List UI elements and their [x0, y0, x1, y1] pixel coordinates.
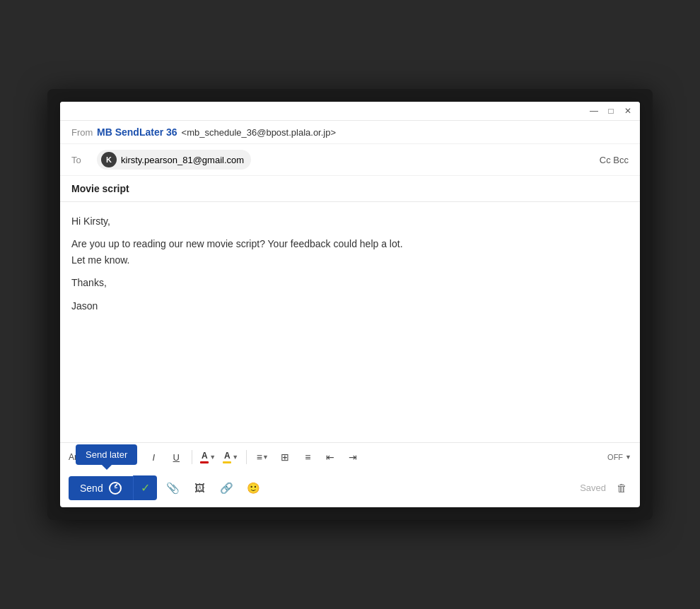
text-color-icon: A	[200, 451, 209, 463]
compose-window: — □ ✕ From MB SendLater 36 <mb_schedule_…	[60, 102, 640, 507]
send-button-group: Send later Send ✓	[69, 475, 157, 500]
formatting-toolbar: Arial 10 ▼ B I U A ▼ A	[60, 442, 640, 471]
attachment-icon: 📎	[166, 482, 180, 495]
delete-button[interactable]: 🗑	[612, 478, 631, 498]
saved-status: Saved 🗑	[580, 478, 631, 498]
to-label: To	[71, 155, 97, 165]
align-icon: ≡	[257, 451, 262, 463]
toolbar-divider-3	[246, 450, 247, 464]
checkmark-icon: ✓	[141, 481, 150, 495]
unordered-list-button[interactable]: ≡	[298, 447, 317, 467]
highlight-color-button[interactable]: A ▼	[221, 447, 240, 467]
unordered-list-icon: ≡	[305, 451, 310, 463]
indent-increase-icon: ⇥	[349, 451, 357, 463]
body-line-2: Are you up to reading our new movie scri…	[71, 236, 629, 268]
trash-icon: 🗑	[617, 482, 627, 494]
underline-button[interactable]: U	[166, 447, 186, 467]
bold-button[interactable]: B	[121, 447, 141, 467]
emoji-button[interactable]: 🙂	[243, 478, 264, 499]
from-email: <mb_schedule_36@bpost.plala.or.jp>	[182, 127, 336, 138]
ordered-list-button[interactable]: ⊞	[275, 447, 295, 467]
indent-increase-button[interactable]: ⇥	[343, 447, 363, 467]
toolbar-divider-1	[115, 450, 115, 464]
italic-button[interactable]: I	[144, 447, 163, 467]
recipient-email: kirsty.pearson_81@gmail.com	[121, 155, 244, 165]
send-button[interactable]: Send	[69, 476, 133, 500]
subject-text: Movie script	[71, 183, 129, 194]
image-icon: 🖼	[194, 482, 205, 494]
from-label: From	[71, 127, 97, 138]
body-line-3: Thanks,	[71, 275, 629, 290]
ordered-list-icon: ⊞	[281, 451, 289, 463]
recipient-chip[interactable]: K kirsty.pearson_81@gmail.com	[97, 150, 251, 170]
font-size-label: 10 ▼	[91, 452, 109, 462]
attachment-button[interactable]: 📎	[163, 478, 184, 499]
title-bar-controls: — □ ✕	[589, 106, 633, 116]
indent-decrease-icon: ⇤	[326, 451, 334, 463]
body-line-4: Jason	[71, 298, 629, 314]
emoji-icon: 🙂	[247, 482, 260, 495]
recipient-avatar: K	[101, 152, 117, 167]
highlight-icon: A	[223, 451, 231, 463]
clock-icon	[109, 482, 122, 495]
saved-text: Saved	[580, 483, 606, 493]
off-badge: OFF ▼	[607, 453, 631, 461]
cc-bcc-button[interactable]: Cc Bcc	[600, 155, 629, 165]
from-row: From MB SendLater 36 <mb_schedule_36@bpo…	[60, 121, 640, 144]
send-check-button[interactable]: ✓	[133, 475, 157, 500]
maximize-button[interactable]: □	[606, 106, 616, 116]
link-button[interactable]: 🔗	[216, 478, 238, 499]
title-bar: — □ ✕	[60, 102, 640, 121]
link-icon: 🔗	[220, 482, 233, 495]
toolbar-divider-2	[192, 450, 192, 464]
indent-decrease-button[interactable]: ⇤	[320, 447, 340, 467]
body-line-1: Hi Kirsty,	[71, 213, 629, 229]
image-button[interactable]: 🖼	[189, 478, 211, 499]
from-name: MB SendLater 36	[97, 126, 177, 138]
to-row: To K kirsty.pearson_81@gmail.com Cc Bcc	[60, 144, 640, 176]
font-family-label: Arial	[69, 452, 86, 462]
action-bar: Send later Send ✓ 📎 🖼 🔗 🙂	[60, 471, 640, 507]
minimize-button[interactable]: —	[589, 106, 599, 116]
send-label: Send	[80, 483, 103, 494]
body-area[interactable]: Hi Kirsty, Are you up to reading our new…	[60, 202, 640, 442]
subject-row: Movie script	[60, 176, 640, 202]
text-color-button[interactable]: A ▼	[198, 447, 218, 467]
align-button[interactable]: ≡ ▼	[252, 447, 272, 467]
close-button[interactable]: ✕	[623, 106, 633, 116]
